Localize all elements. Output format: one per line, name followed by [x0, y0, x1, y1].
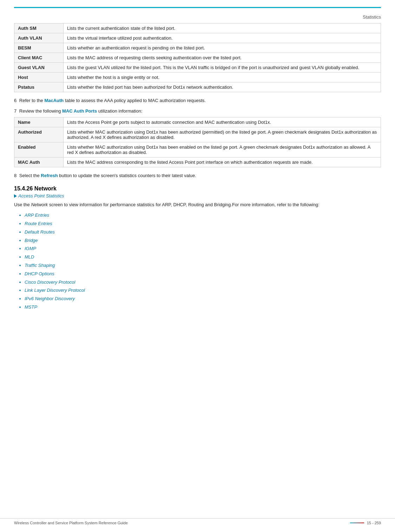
auth-table: Auth SMLists the current authentication …: [14, 23, 381, 92]
table-cell-key: Host: [14, 73, 64, 82]
section-number: 15.4.26: [14, 186, 33, 191]
bullet-list: ARP EntriesRoute EntriesDefault RoutesBr…: [25, 212, 381, 311]
intro-text-before: Use the: [14, 202, 31, 207]
footer-page-number: 15 - 259: [367, 521, 381, 525]
step-7-text-before: Review the following: [19, 108, 62, 114]
table-cell-value: Lists whether the host is a single entit…: [64, 73, 381, 82]
table-row: AuthorizedLists whether MAC authorizatio…: [14, 127, 381, 142]
table-cell-key: Guest VLAN: [14, 63, 64, 73]
step-7: 7 Review the following MAC Auth Ports ut…: [14, 108, 381, 115]
table-cell-key: Authorized: [14, 127, 64, 142]
intro-text-after: screen to view information for performan…: [48, 202, 319, 207]
table-cell-key: MAC Auth: [14, 157, 64, 167]
table-cell-key: Enabled: [14, 142, 64, 157]
list-item: ARP Entries: [25, 212, 381, 219]
step-7-number: 7: [14, 108, 17, 114]
list-item: Link Layer Discovery Protocol: [25, 287, 381, 294]
table-cell-value: Lists the MAC address corresponding to t…: [64, 157, 381, 167]
table-cell-key: Auth SM: [14, 23, 64, 33]
table-row: PstatusLists whether the listed port has…: [14, 82, 381, 92]
table-cell-value: Lists whether MAC authorization using Do…: [64, 142, 381, 157]
section-heading: 15.4.26 Network: [14, 186, 381, 192]
table-cell-value: Lists the Access Point ge ports subject …: [64, 117, 381, 127]
list-item: Default Routes: [25, 229, 381, 236]
section-title: Network: [34, 186, 57, 191]
step-8-number: 8: [14, 173, 17, 178]
table-cell-value: Lists whether MAC authorization using Do…: [64, 127, 381, 142]
table-row: BESMLists whether an authentication requ…: [14, 43, 381, 53]
table-cell-value: Lists whether the listed port has been a…: [64, 82, 381, 92]
table-cell-value: Lists the virtual interface utilized pos…: [64, 33, 381, 43]
list-item: MSTP: [25, 304, 381, 311]
step-6-text-after: table to assess the AAA policy applied t…: [64, 98, 206, 103]
table-cell-key: BESM: [14, 43, 64, 53]
list-item: Route Entries: [25, 220, 381, 228]
list-item: Traffic Shaping: [25, 262, 381, 269]
list-item: IPv6 Neighbor Discovery: [25, 295, 381, 303]
subheading-text: Access Point Statistics: [18, 193, 64, 198]
step-6: 6 Refer to the MacAuth table to assess t…: [14, 97, 381, 104]
triangle-icon: [14, 194, 17, 198]
list-item: MLD: [25, 254, 381, 261]
table-cell-key: Auth VLAN: [14, 33, 64, 43]
table-cell-value: Lists whether an authentication request …: [64, 43, 381, 53]
table-row: EnabledLists whether MAC authorization u…: [14, 142, 381, 157]
intro-paragraph: Use the Network screen to view informati…: [14, 201, 381, 209]
table-row: Guest VLANLists the guest VLAN utilized …: [14, 63, 381, 73]
table-cell-value: Lists the guest VLAN utilized for the li…: [64, 63, 381, 73]
step-6-text-before: Refer to the: [19, 98, 45, 103]
step-7-text-after: utilization information:: [97, 108, 142, 114]
step-6-highlight: MacAuth: [44, 98, 64, 103]
table-cell-value: Lists the current authentication state o…: [64, 23, 381, 33]
list-item: Bridge: [25, 237, 381, 244]
page-title: Statistics: [14, 14, 381, 20]
table-row: NameLists the Access Point ge ports subj…: [14, 117, 381, 127]
table-cell-value: Lists the MAC address of requesting clie…: [64, 53, 381, 63]
step-6-number: 6: [14, 98, 17, 103]
footer: Wireless Controller and Service Platform…: [0, 518, 395, 525]
table-cell-key: Pstatus: [14, 82, 64, 92]
section-subheading: Access Point Statistics: [14, 193, 381, 198]
list-item: IGMP: [25, 245, 381, 252]
footer-divider: [350, 523, 364, 523]
mac-auth-table: NameLists the Access Point ge ports subj…: [14, 117, 381, 167]
step-7-highlight: MAC Auth Ports: [62, 108, 97, 114]
step-8: 8 Select the Refresh button to update th…: [14, 172, 381, 179]
list-item: DHCP Options: [25, 270, 381, 278]
step-8-text-after: button to update the screen's statistics…: [58, 173, 196, 178]
list-item: Cisco Discovery Protocol: [25, 279, 381, 286]
table-row: Auth SMLists the current authentication …: [14, 23, 381, 33]
step-8-text-before: Select the: [19, 173, 41, 178]
table-row: Client MACLists the MAC address of reque…: [14, 53, 381, 63]
table-row: MAC AuthLists the MAC address correspond…: [14, 157, 381, 167]
table-row: HostLists whether the host is a single e…: [14, 73, 381, 82]
footer-left-text: Wireless Controller and Service Platform…: [14, 521, 128, 525]
intro-italic: Network: [31, 202, 48, 207]
table-cell-key: Client MAC: [14, 53, 64, 63]
header-bar: [14, 7, 381, 8]
table-row: Auth VLANLists the virtual interface uti…: [14, 33, 381, 43]
step-8-highlight: Refresh: [41, 173, 58, 178]
table-cell-key: Name: [14, 117, 64, 127]
footer-right-text: 15 - 259: [350, 521, 381, 525]
